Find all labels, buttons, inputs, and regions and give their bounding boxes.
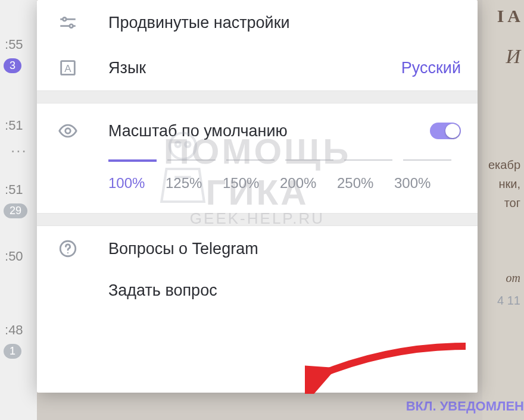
chat-time: :55 [5,37,23,52]
zoom-tick[interactable]: 125% [166,175,223,192]
zoom-tick[interactable]: 300% [394,175,451,192]
chat-sidebar: :55 3 :51 ... :51 29 :50 :48 1 [0,0,37,420]
bg-text: И [506,45,520,68]
zoom-segment [226,159,275,161]
bg-text: тог [504,196,520,210]
bg-text: от [506,271,520,285]
language-row[interactable]: A Язык Русский [37,45,478,90]
language-icon: A [54,54,82,82]
zoom-tick[interactable]: 200% [280,175,337,192]
bg-text: екабр [488,158,520,172]
annotation-arrow [305,340,472,396]
toggle-knob [445,124,460,138]
spacer-icon [54,276,82,305]
bg-text: I A [497,6,520,26]
zoom-tick[interactable]: 150% [223,175,280,192]
zoom-tick[interactable]: 250% [337,175,394,192]
language-label: Язык [108,59,401,77]
svg-text:A: A [64,63,71,74]
chat-time: :51 [5,118,23,133]
language-value: Русский [401,59,461,77]
telegram-faq-row[interactable]: Вопросы о Telegram [37,226,478,271]
svg-point-3 [70,24,73,28]
section-divider [37,90,478,104]
typing-indicator: ... [11,138,27,156]
unread-badge: 1 [4,344,21,359]
sliders-icon [54,8,82,37]
bg-text: нки, [498,177,520,191]
chat-time: :50 [5,249,23,264]
chat-content-background: I A И екабр нки, тог от 4 11 [482,0,524,420]
default-zoom-label: Масштаб по умолчанию [108,122,430,140]
zoom-tick[interactable]: 100% [108,175,166,192]
bg-text: 4 11 [497,294,520,308]
section-divider [37,213,478,226]
eye-icon [54,117,82,145]
svg-point-8 [67,252,68,253]
unread-badge: 3 [4,58,21,73]
settings-panel: Продвинутые настройки A Язык Русский Мас… [37,0,478,393]
zoom-segment [403,159,451,161]
help-icon [54,234,82,263]
telegram-faq-label: Вопросы о Telegram [108,240,461,258]
svg-point-6 [66,128,71,134]
default-zoom-row: Масштаб по умолчанию [37,104,478,145]
unread-badge: 29 [4,203,27,218]
zoom-segment [167,159,216,161]
chat-time: :48 [5,322,23,338]
ask-question-row[interactable]: Задать вопрос [37,271,478,309]
zoom-segment [344,159,392,161]
notifications-toggle-label[interactable]: ВКЛ. УВЕДОМЛЕН [406,399,524,414]
advanced-settings-row[interactable]: Продвинутые настройки [37,0,478,45]
zoom-toggle[interactable] [430,123,461,139]
chat-time: :51 [5,182,23,198]
zoom-segment [285,159,333,161]
zoom-segment [108,159,157,162]
svg-point-1 [63,18,67,21]
zoom-slider[interactable]: 100% 125% 150% 200% 250% 300% [108,159,451,193]
advanced-settings-label: Продвинутые настройки [108,14,461,32]
ask-question-label: Задать вопрос [108,281,461,300]
